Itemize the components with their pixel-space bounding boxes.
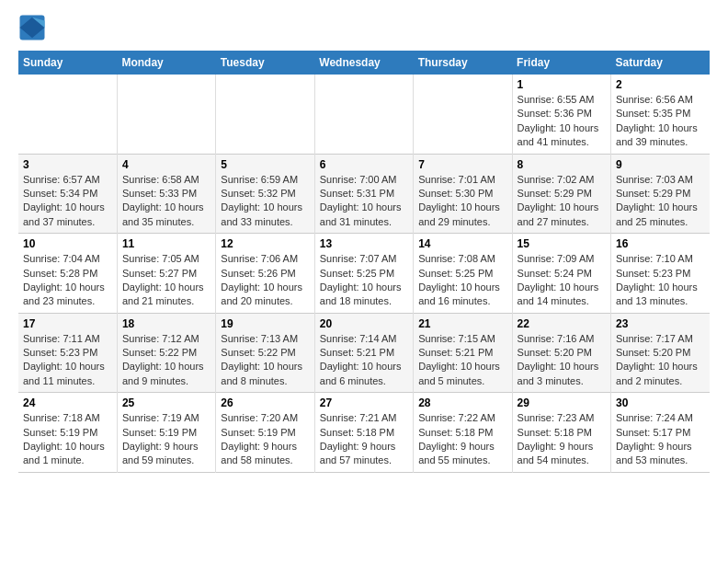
- logo-icon: [18, 14, 46, 41]
- day-info: Sunrise: 6:58 AM Sunset: 5:33 PM Dayligh…: [122, 173, 210, 230]
- day-info: Sunrise: 7:08 AM Sunset: 5:25 PM Dayligh…: [418, 252, 506, 309]
- calendar-week-5: 24Sunrise: 7:18 AM Sunset: 5:19 PM Dayli…: [18, 393, 710, 473]
- day-number: 26: [221, 396, 309, 409]
- calendar-cell: 26Sunrise: 7:20 AM Sunset: 5:19 PM Dayli…: [216, 393, 314, 473]
- day-info: Sunrise: 6:59 AM Sunset: 5:32 PM Dayligh…: [221, 173, 309, 230]
- calendar-table: SundayMondayTuesdayWednesdayThursdayFrid…: [18, 51, 710, 473]
- calendar-cell: 24Sunrise: 7:18 AM Sunset: 5:19 PM Dayli…: [18, 393, 117, 473]
- day-info: Sunrise: 7:15 AM Sunset: 5:21 PM Dayligh…: [418, 332, 506, 389]
- day-info: Sunrise: 7:24 AM Sunset: 5:17 PM Dayligh…: [616, 411, 705, 468]
- calendar-cell: 19Sunrise: 7:13 AM Sunset: 5:22 PM Dayli…: [216, 313, 314, 393]
- day-number: 21: [418, 317, 506, 330]
- calendar-cell: [216, 75, 314, 154]
- day-number: 28: [418, 396, 506, 409]
- calendar-cell: 1Sunrise: 6:55 AM Sunset: 5:36 PM Daylig…: [512, 75, 610, 154]
- calendar-cell: 25Sunrise: 7:19 AM Sunset: 5:19 PM Dayli…: [117, 393, 215, 473]
- day-info: Sunrise: 7:10 AM Sunset: 5:23 PM Dayligh…: [616, 252, 705, 309]
- calendar-cell: 11Sunrise: 7:05 AM Sunset: 5:27 PM Dayli…: [117, 234, 215, 314]
- day-number: 1: [518, 78, 606, 91]
- calendar-cell: 7Sunrise: 7:01 AM Sunset: 5:30 PM Daylig…: [414, 154, 512, 234]
- day-number: 10: [23, 237, 112, 250]
- day-info: Sunrise: 7:12 AM Sunset: 5:22 PM Dayligh…: [122, 332, 210, 389]
- day-info: Sunrise: 7:16 AM Sunset: 5:20 PM Dayligh…: [518, 332, 606, 389]
- calendar-week-1: 1Sunrise: 6:55 AM Sunset: 5:36 PM Daylig…: [18, 75, 710, 154]
- day-info: Sunrise: 7:09 AM Sunset: 5:24 PM Dayligh…: [518, 252, 606, 309]
- calendar-cell: 14Sunrise: 7:08 AM Sunset: 5:25 PM Dayli…: [414, 234, 512, 314]
- calendar-cell: 18Sunrise: 7:12 AM Sunset: 5:22 PM Dayli…: [117, 313, 215, 393]
- calendar-cell: 15Sunrise: 7:09 AM Sunset: 5:24 PM Dayli…: [512, 234, 610, 314]
- day-info: Sunrise: 7:23 AM Sunset: 5:18 PM Dayligh…: [518, 411, 606, 468]
- calendar-cell: 6Sunrise: 7:00 AM Sunset: 5:31 PM Daylig…: [314, 154, 413, 234]
- calendar-cell: 21Sunrise: 7:15 AM Sunset: 5:21 PM Dayli…: [414, 313, 512, 393]
- day-info: Sunrise: 7:13 AM Sunset: 5:22 PM Dayligh…: [221, 332, 309, 389]
- calendar-cell: 22Sunrise: 7:16 AM Sunset: 5:20 PM Dayli…: [512, 313, 610, 393]
- page-container: SundayMondayTuesdayWednesdayThursdayFrid…: [0, 0, 728, 487]
- calendar-cell: 4Sunrise: 6:58 AM Sunset: 5:33 PM Daylig…: [117, 154, 215, 234]
- calendar-cell: 20Sunrise: 7:14 AM Sunset: 5:21 PM Dayli…: [314, 313, 413, 393]
- day-number: 12: [221, 237, 309, 250]
- day-number: 30: [616, 396, 705, 409]
- day-info: Sunrise: 7:18 AM Sunset: 5:19 PM Dayligh…: [23, 411, 112, 468]
- day-info: Sunrise: 7:11 AM Sunset: 5:23 PM Dayligh…: [23, 332, 112, 389]
- calendar-cell: 17Sunrise: 7:11 AM Sunset: 5:23 PM Dayli…: [18, 313, 117, 393]
- calendar-week-4: 17Sunrise: 7:11 AM Sunset: 5:23 PM Dayli…: [18, 313, 710, 393]
- day-info: Sunrise: 7:01 AM Sunset: 5:30 PM Dayligh…: [418, 173, 506, 230]
- day-number: 27: [320, 396, 408, 409]
- day-number: 9: [616, 158, 705, 171]
- day-number: 19: [221, 317, 309, 330]
- day-info: Sunrise: 7:03 AM Sunset: 5:29 PM Dayligh…: [616, 173, 705, 230]
- day-info: Sunrise: 7:06 AM Sunset: 5:26 PM Dayligh…: [221, 252, 309, 309]
- day-number: 3: [23, 158, 112, 171]
- calendar-cell: 16Sunrise: 7:10 AM Sunset: 5:23 PM Dayli…: [611, 234, 710, 314]
- day-info: Sunrise: 7:04 AM Sunset: 5:28 PM Dayligh…: [23, 252, 112, 309]
- day-number: 13: [320, 237, 408, 250]
- weekday-header-wednesday: Wednesday: [314, 51, 413, 75]
- day-info: Sunrise: 7:00 AM Sunset: 5:31 PM Dayligh…: [320, 173, 408, 230]
- calendar-cell: 28Sunrise: 7:22 AM Sunset: 5:18 PM Dayli…: [414, 393, 512, 473]
- day-info: Sunrise: 7:02 AM Sunset: 5:29 PM Dayligh…: [518, 173, 606, 230]
- weekday-header-monday: Monday: [117, 51, 215, 75]
- day-info: Sunrise: 7:05 AM Sunset: 5:27 PM Dayligh…: [122, 252, 210, 309]
- calendar-cell: 13Sunrise: 7:07 AM Sunset: 5:25 PM Dayli…: [314, 234, 413, 314]
- day-number: 24: [23, 396, 112, 409]
- day-number: 22: [518, 317, 606, 330]
- day-number: 6: [320, 158, 408, 171]
- page-header: [18, 14, 710, 41]
- calendar-cell: 10Sunrise: 7:04 AM Sunset: 5:28 PM Dayli…: [18, 234, 117, 314]
- calendar-cell: 27Sunrise: 7:21 AM Sunset: 5:18 PM Dayli…: [314, 393, 413, 473]
- calendar-cell: [117, 75, 215, 154]
- day-info: Sunrise: 7:22 AM Sunset: 5:18 PM Dayligh…: [418, 411, 506, 468]
- day-number: 4: [122, 158, 210, 171]
- calendar-cell: 2Sunrise: 6:56 AM Sunset: 5:35 PM Daylig…: [611, 75, 710, 154]
- day-number: 11: [122, 237, 210, 250]
- calendar-cell: 30Sunrise: 7:24 AM Sunset: 5:17 PM Dayli…: [611, 393, 710, 473]
- calendar-week-2: 3Sunrise: 6:57 AM Sunset: 5:34 PM Daylig…: [18, 154, 710, 234]
- weekday-header-saturday: Saturday: [611, 51, 710, 75]
- weekday-header-sunday: Sunday: [18, 51, 117, 75]
- day-number: 16: [616, 237, 705, 250]
- weekday-header-friday: Friday: [512, 51, 610, 75]
- calendar-cell: [18, 75, 117, 154]
- day-number: 18: [122, 317, 210, 330]
- day-info: Sunrise: 7:21 AM Sunset: 5:18 PM Dayligh…: [320, 411, 408, 468]
- day-number: 23: [616, 317, 705, 330]
- day-info: Sunrise: 7:20 AM Sunset: 5:19 PM Dayligh…: [221, 411, 309, 468]
- calendar-cell: 29Sunrise: 7:23 AM Sunset: 5:18 PM Dayli…: [512, 393, 610, 473]
- day-number: 14: [418, 237, 506, 250]
- day-number: 20: [320, 317, 408, 330]
- calendar-cell: [414, 75, 512, 154]
- weekday-header-tuesday: Tuesday: [216, 51, 314, 75]
- calendar-cell: 8Sunrise: 7:02 AM Sunset: 5:29 PM Daylig…: [512, 154, 610, 234]
- day-info: Sunrise: 7:19 AM Sunset: 5:19 PM Dayligh…: [122, 411, 210, 468]
- day-number: 25: [122, 396, 210, 409]
- day-number: 17: [23, 317, 112, 330]
- day-number: 2: [616, 78, 705, 91]
- calendar-header-row: SundayMondayTuesdayWednesdayThursdayFrid…: [18, 51, 710, 75]
- logo: [18, 14, 50, 41]
- calendar-week-3: 10Sunrise: 7:04 AM Sunset: 5:28 PM Dayli…: [18, 234, 710, 314]
- day-info: Sunrise: 6:55 AM Sunset: 5:36 PM Dayligh…: [518, 93, 606, 150]
- day-info: Sunrise: 7:17 AM Sunset: 5:20 PM Dayligh…: [616, 332, 705, 389]
- day-info: Sunrise: 7:14 AM Sunset: 5:21 PM Dayligh…: [320, 332, 408, 389]
- day-number: 5: [221, 158, 309, 171]
- day-number: 15: [518, 237, 606, 250]
